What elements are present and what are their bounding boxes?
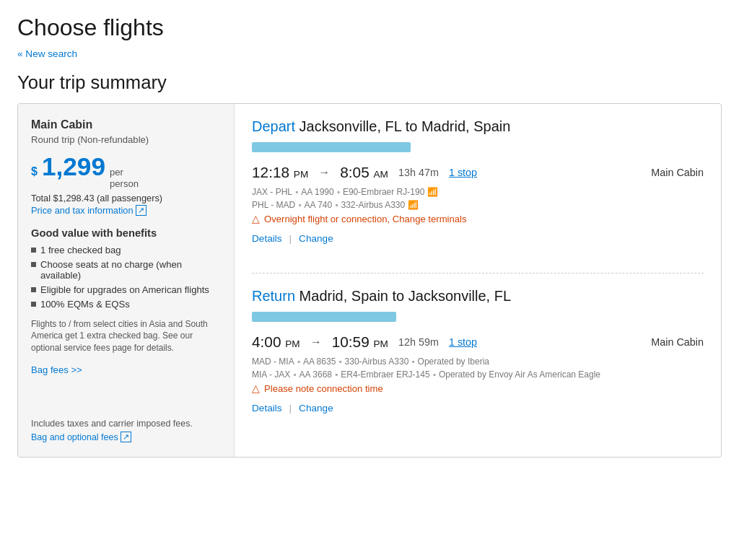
depart-route: Jacksonville, FL to Madrid, Spain bbox=[299, 118, 511, 134]
arrive-ampm: AM bbox=[373, 169, 388, 180]
depart-word: Depart bbox=[252, 118, 295, 134]
return-flight-section: Return Madrid, Spain to Jacksonville, FL… bbox=[252, 273, 704, 428]
depart-details-link[interactable]: Details bbox=[252, 233, 282, 244]
price-row: $ 1,299 perperson bbox=[31, 152, 221, 190]
bag-fees-link[interactable]: Bag fees >> bbox=[31, 364, 82, 375]
return-leg1-aircraft: 330-Airbus A330 bbox=[345, 356, 409, 367]
redacted-bar-depart bbox=[252, 142, 411, 152]
return-details-link[interactable]: Details bbox=[252, 403, 282, 414]
arrive-time: 8:05 AM bbox=[340, 164, 388, 181]
external-link-icon: ↗ bbox=[136, 205, 147, 216]
warning-triangle-icon: △ bbox=[252, 213, 260, 224]
separator: ▪ bbox=[335, 369, 338, 380]
benefits-list: 1 free checked bag Choose seats at no ch… bbox=[31, 245, 221, 310]
separator: ▪ bbox=[293, 369, 296, 380]
benefit-text: 1 free checked bag bbox=[40, 245, 121, 255]
footer-link-text: Bag and optional fees bbox=[31, 432, 118, 442]
bullet-icon bbox=[31, 302, 36, 307]
return-stops-link[interactable]: 1 stop bbox=[449, 336, 477, 348]
depart-leg1-flight: AA 1990 bbox=[301, 187, 333, 197]
price-tax-label: Price and tax information bbox=[31, 205, 134, 216]
separator: ▪ bbox=[337, 187, 340, 197]
return-change-link[interactable]: Change bbox=[299, 403, 333, 414]
price-amount: 1,299 bbox=[42, 152, 105, 181]
return-route: Madrid, Spain to Jacksonville, FL bbox=[299, 288, 511, 304]
right-panel: Depart Jacksonville, FL to Madrid, Spain… bbox=[235, 104, 721, 457]
depart-change-link[interactable]: Change bbox=[299, 233, 333, 244]
depart-leg1-airports: JAX - PHL bbox=[252, 187, 292, 197]
return-warning: △ Please note connection time bbox=[252, 382, 704, 394]
benefit-text: Choose seats at no charge (when availabl… bbox=[40, 259, 221, 281]
benefit-text: Eligible for upgrades on American flight… bbox=[40, 284, 209, 295]
warning-triangle-icon: △ bbox=[252, 382, 260, 394]
depart-direction: Depart Jacksonville, FL to Madrid, Spain bbox=[252, 118, 704, 135]
footer-note: Includes taxes and carrier imposed fees. bbox=[31, 419, 221, 429]
redacted-bar-return bbox=[252, 312, 396, 322]
depart-leg2-details: PHL - MAD ▪ AA 740 ▪ 332-Airbus A330 📶 bbox=[252, 200, 704, 210]
return-cabin-type: Main Cabin bbox=[651, 336, 704, 348]
bullet-icon bbox=[31, 248, 36, 253]
bullet-icon bbox=[31, 262, 36, 267]
return-arrive-time: 10:59 PM bbox=[332, 333, 388, 351]
depart-flight-section: Depart Jacksonville, FL to Madrid, Spain… bbox=[252, 118, 704, 258]
separator: ▪ bbox=[298, 200, 301, 210]
return-times-row: 4:00 PM → 10:59 PM 12h 59m 1 stop Main C… bbox=[252, 333, 704, 351]
benefits-title: Good value with benefits bbox=[31, 227, 221, 239]
return-leg1-flight: AA 8635 bbox=[303, 356, 336, 367]
benefit-item: 100% EQMs & EQSs bbox=[31, 299, 221, 310]
depart-leg2-airports: PHL - MAD bbox=[252, 200, 295, 210]
page-title: Choose flights bbox=[17, 14, 722, 41]
benefit-text: 100% EQMs & EQSs bbox=[40, 299, 130, 310]
depart-actions: Details | Change bbox=[252, 233, 704, 244]
trip-summary-card: Main Cabin Round trip (Non-refundable) $… bbox=[17, 103, 722, 458]
benefit-item: Eligible for upgrades on American flight… bbox=[31, 284, 221, 295]
separator: ▪ bbox=[433, 369, 436, 380]
depart-leg1-aircraft: E90-Embraer RJ-190 bbox=[343, 187, 424, 197]
return-warning-text: Please note connection time bbox=[264, 383, 383, 394]
wifi-icon: 📶 bbox=[427, 187, 438, 197]
return-depart-ampm: PM bbox=[285, 338, 299, 349]
bullet-icon bbox=[31, 287, 36, 292]
price-dollar-sign: $ bbox=[31, 165, 38, 178]
depart-leg2-aircraft: 332-Airbus A330 bbox=[341, 200, 405, 210]
return-depart-time: 4:00 PM bbox=[252, 333, 300, 351]
depart-duration: 13h 47m bbox=[398, 167, 439, 178]
return-leg1-airports: MAD - MIA bbox=[252, 356, 294, 367]
return-duration: 12h 59m bbox=[398, 336, 439, 348]
depart-cabin-type: Main Cabin bbox=[651, 167, 704, 178]
depart-warning: △ Overnight flight or connection, Change… bbox=[252, 213, 704, 224]
return-leg2-aircraft: ER4-Embraer ERJ-145 bbox=[341, 369, 429, 380]
bag-optional-fees-link[interactable]: Bag and optional fees ↗ bbox=[31, 432, 221, 442]
price-total: Total $1,298.43 (all passengers) bbox=[31, 193, 221, 204]
return-arrive-ampm: PM bbox=[373, 338, 388, 349]
return-leg2-details: MIA - JAX ▪ AA 3668 ▪ ER4-Embraer ERJ-14… bbox=[252, 369, 704, 380]
separator: ▪ bbox=[335, 200, 338, 210]
pipe-separator: | bbox=[289, 233, 292, 244]
return-leg2-airports: MIA - JAX bbox=[252, 369, 290, 380]
trip-type: Round trip (Non-refundable) bbox=[31, 134, 221, 145]
price-per-person: perperson bbox=[110, 167, 139, 190]
return-actions: Details | Change bbox=[252, 403, 704, 414]
return-word: Return bbox=[252, 288, 295, 304]
depart-stops-link[interactable]: 1 stop bbox=[449, 167, 477, 178]
external-link-icon: ↗ bbox=[121, 432, 131, 442]
depart-warning-text: Overnight flight or connection, Change t… bbox=[264, 214, 467, 224]
depart-ampm: PM bbox=[294, 169, 308, 180]
return-leg1-details: MAD - MIA ▪ AA 8635 ▪ 330-Airbus A330 ▪ … bbox=[252, 356, 704, 367]
separator: ▪ bbox=[295, 187, 298, 197]
return-leg2-flight: AA 3668 bbox=[299, 369, 332, 380]
left-panel: Main Cabin Round trip (Non-refundable) $… bbox=[18, 104, 235, 457]
trip-summary-title: Your trip summary bbox=[17, 72, 722, 93]
separator: ▪ bbox=[411, 356, 414, 367]
depart-leg1-details: JAX - PHL ▪ AA 1990 ▪ E90-Embraer RJ-190… bbox=[252, 187, 704, 197]
separator: ▪ bbox=[297, 356, 300, 367]
benefits-note: Flights to / from select cities in Asia … bbox=[31, 318, 221, 354]
return-leg2-operator: Operated by Envoy Air As American Eagle bbox=[439, 369, 600, 380]
wifi-icon: 📶 bbox=[408, 200, 419, 210]
new-search-link[interactable]: « New search bbox=[17, 48, 77, 59]
return-leg1-operator: Operated by Iberia bbox=[418, 356, 489, 367]
cabin-label: Main Cabin bbox=[31, 118, 221, 131]
benefit-item: 1 free checked bag bbox=[31, 245, 221, 255]
depart-leg2-flight: AA 740 bbox=[305, 200, 333, 210]
price-tax-link[interactable]: Price and tax information ↗ bbox=[31, 205, 221, 216]
